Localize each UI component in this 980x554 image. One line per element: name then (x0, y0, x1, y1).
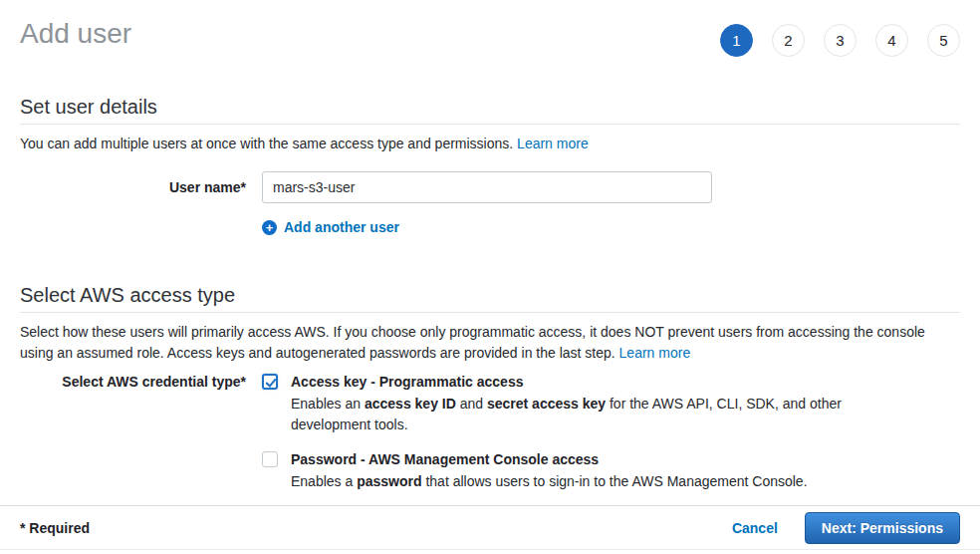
user-name-row: User name* (20, 171, 960, 203)
desc-bold: access key ID (365, 396, 456, 412)
password-option-description: Enables a password that allows users to … (291, 471, 808, 492)
learn-more-link[interactable]: Learn more (517, 136, 589, 151)
section-user-details: Set user details You can add multiple us… (20, 95, 960, 235)
wizard-footer: * Required Cancel Next: Permissions (0, 505, 980, 550)
step-4: 4 (875, 24, 908, 57)
add-another-user-label[interactable]: Add another user (284, 219, 399, 235)
desc-text: Enables a (291, 473, 357, 489)
add-another-user-button[interactable]: Add another user (262, 219, 960, 235)
option-body: Access key - Programmatic access Enables… (291, 372, 844, 435)
step-2: 2 (772, 24, 805, 57)
intro-text: You can add multiple users at once with … (20, 136, 517, 151)
password-option-title[interactable]: Password - AWS Management Console access (291, 449, 808, 469)
credential-options: Access key - Programmatic access Enables… (262, 372, 844, 492)
user-name-label: User name* (20, 179, 246, 195)
page-title: Add user (20, 16, 131, 52)
desc-text: Enables an (291, 396, 365, 412)
page-header: Add user 1 2 3 4 5 (20, 0, 960, 57)
next-permissions-button[interactable]: Next: Permissions (805, 512, 960, 544)
required-note: * Required (20, 520, 90, 536)
option-body: Password - AWS Management Console access… (291, 449, 808, 492)
password-checkbox[interactable] (262, 451, 278, 467)
step-3: 3 (824, 24, 857, 57)
desc-bold: password (357, 473, 421, 489)
plus-icon (262, 220, 277, 235)
option-password: Password - AWS Management Console access… (262, 449, 844, 492)
step-indicator: 1 2 3 4 5 (720, 24, 960, 57)
access-key-option-title[interactable]: Access key - Programmatic access (291, 372, 844, 392)
desc-text: that allows users to sign-in to the AWS … (422, 473, 808, 489)
step-1: 1 (720, 24, 753, 57)
user-details-intro: You can add multiple users at once with … (20, 134, 960, 154)
option-access-key: Access key - Programmatic access Enables… (262, 372, 844, 435)
footer-actions: Cancel Next: Permissions (732, 512, 960, 544)
credential-type-label: Select AWS credential type* (20, 372, 246, 492)
cancel-link[interactable]: Cancel (732, 520, 778, 536)
divider (20, 124, 960, 125)
access-type-intro: Select how these users will primarily ac… (20, 322, 960, 364)
add-user-page: Add user 1 2 3 4 5 Set user details You … (0, 0, 980, 492)
desc-text: and (456, 396, 487, 412)
divider (20, 312, 960, 313)
user-details-title: Set user details (20, 95, 960, 119)
section-access-type: Select AWS access type Select how these … (20, 283, 960, 492)
access-type-title: Select AWS access type (20, 283, 960, 307)
learn-more-link[interactable]: Learn more (619, 345, 691, 361)
user-name-control (262, 171, 712, 203)
intro-text: Select how these users will primarily ac… (20, 324, 925, 361)
access-key-checkbox[interactable] (262, 374, 278, 390)
access-key-option-description: Enables an access key ID and secret acce… (291, 394, 844, 435)
user-name-input[interactable] (262, 171, 712, 203)
desc-bold: secret access key (487, 396, 606, 412)
credential-type-row: Select AWS credential type* Access key -… (20, 372, 960, 492)
step-5: 5 (927, 24, 960, 57)
